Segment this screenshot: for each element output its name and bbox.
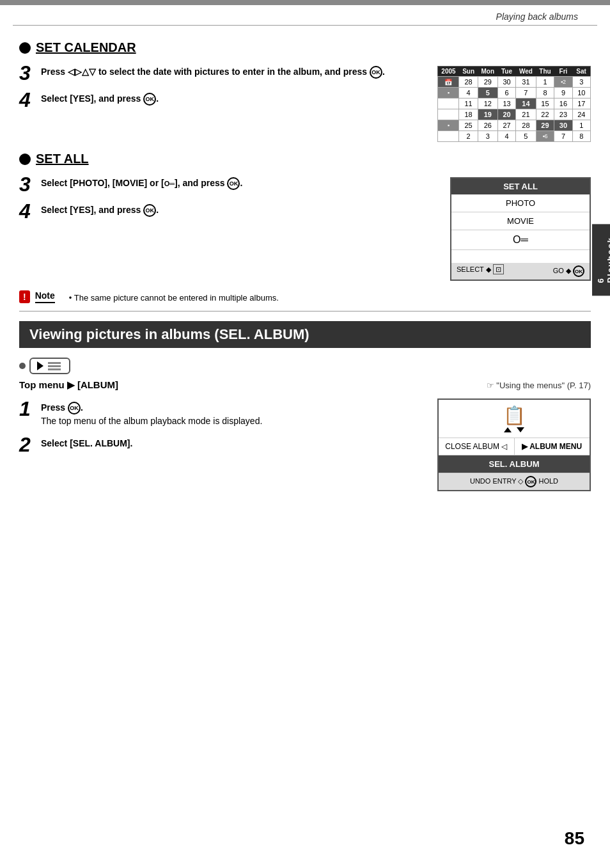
cal-cell: 14: [516, 99, 536, 109]
album-close-btn[interactable]: CLOSE ALBUM ◁: [439, 438, 515, 455]
set-all-option-photo[interactable]: PHOTO: [451, 194, 590, 212]
calendar-table: 2005 Sun Mon Tue Wed Thu Fri Sat 📅: [437, 66, 591, 142]
cal-cell: 27: [497, 120, 515, 131]
set-all-footer-left: SELECT ◆ ⊡: [457, 265, 504, 277]
cal-cell: 23: [554, 109, 572, 120]
cal-row-5: ▪ 25 26 27 28 29 30 1: [438, 120, 591, 131]
set-all-menu-title: SET ALL: [451, 178, 590, 194]
calendar-step3-content: Press ◁▷△▽ to select the date with pictu…: [41, 63, 385, 79]
dot-icon: [19, 363, 26, 369]
album-top-row: 📋: [439, 400, 590, 438]
cal-year: 2005: [438, 67, 459, 77]
calendar-step3: 3 Press ◁▷△▽ to select the date with pic…: [19, 63, 425, 83]
cal-cell: 1: [572, 120, 590, 131]
ok-icon-3: OK: [227, 177, 240, 190]
top-menu-ref: ☞ "Using the menus" (P. 17): [487, 381, 591, 390]
top-menu-label: Top menu ▶ [ALBUM]: [19, 379, 118, 391]
top-bar: [0, 0, 610, 5]
cal-cell: 4: [497, 131, 515, 142]
cal-cell: 12: [478, 99, 497, 109]
cal-row-6: 2 3 4 5 ▪6 7 8: [438, 131, 591, 142]
top-menu-row: Top menu ▶ [ALBUM] ☞ "Using the menus" (…: [19, 379, 591, 391]
cal-cell: ▪6: [536, 131, 554, 142]
set-all-footer-right: GO ◆ OK: [553, 265, 584, 277]
set-all-option-movie[interactable]: MOVIE: [451, 212, 590, 230]
viewing-step2: 2 Select [SEL. ALBUM].: [19, 434, 425, 455]
playback-icon-row: [19, 358, 591, 374]
album-footer: UNDO ENTRY ◇ OK HOLD: [439, 473, 590, 490]
cal-row-4: 18 19 20 21 22 23 24: [438, 109, 591, 120]
viewing-steps: 1 Press OK. The top menu of the album pl…: [19, 398, 425, 461]
set-calendar-title: SET CALENDAR: [36, 40, 136, 55]
cal-cell: 16: [554, 99, 572, 109]
arrow-up-icon[interactable]: [504, 427, 512, 432]
set-all-steps: 3 Select [PHOTO], [MOVIE] or [O═], and p…: [19, 174, 437, 228]
film-lines-icon: [48, 362, 61, 370]
cal-header-fri: Fri: [554, 67, 572, 77]
cal-cell: 26: [478, 120, 497, 131]
header-title: Playing back albums: [496, 12, 578, 22]
cal-cell: 30: [497, 77, 515, 88]
album-close-text: CLOSE ALBUM ◁: [445, 442, 507, 451]
main-content: SET CALENDAR 3 Press ◁▷△▽ to select the …: [0, 26, 610, 510]
album-footer-text: UNDO ENTRY ◇ OK HOLD: [470, 477, 558, 485]
note-text: The same picture cannot be entered in mu…: [74, 293, 279, 303]
cal-cell: 4: [459, 88, 478, 99]
viewing-banner-text: Viewing pictures in albums (SEL. ALBUM): [29, 326, 309, 342]
cal-cell: 2: [459, 131, 478, 142]
ok-icon-4: OK: [143, 204, 156, 217]
cal-cell: 15: [536, 99, 554, 109]
setall-step4: 4 Select [YES], and press OK.: [19, 201, 437, 221]
cal-header-thu: Thu: [536, 67, 554, 77]
playback-button-icon: [29, 358, 70, 374]
cal-week-icon-3: [438, 99, 459, 109]
album-sel-row[interactable]: SEL. ALBUM: [439, 455, 590, 473]
viewing-step2-content: Select [SEL. ALBUM].: [41, 434, 132, 450]
cal-cell: 28: [516, 120, 536, 131]
cal-header-sun: Sun: [459, 67, 478, 77]
cal-cell: 9: [554, 88, 572, 99]
viewing-step1: 1 Press OK. The top menu of the album pl…: [19, 398, 425, 428]
album-sel-text: SEL. ALBUM: [489, 459, 540, 469]
arrow-down-icon[interactable]: [517, 427, 524, 432]
viewing-steps-area: 1 Press OK. The top menu of the album pl…: [19, 398, 591, 491]
cal-cell: 6: [497, 88, 515, 99]
album-menu-text: ▶ ALBUM MENU: [522, 442, 582, 451]
set-all-header: SET ALL: [19, 152, 591, 166]
page-header: Playing back albums: [13, 5, 597, 26]
cal-cell: 1: [536, 77, 554, 88]
album-icon-area: 📋: [503, 405, 526, 432]
side-tab: 6 Playback: [592, 224, 610, 296]
viewing-step2-number: 2: [19, 434, 33, 455]
cal-week-icon-1: 📅: [438, 77, 459, 88]
calendar-step4: 4 Select [YES], and press OK.: [19, 90, 425, 110]
calendar-step3-number: 3: [19, 63, 33, 83]
cal-cell: 13: [497, 99, 515, 109]
cal-header-mon: Mon: [478, 67, 497, 77]
cal-row-1: 📅 28 29 30 31 1 ▪2 3: [438, 77, 591, 88]
album-menu-btn[interactable]: ▶ ALBUM MENU: [515, 438, 590, 455]
side-tab-label: Playback: [606, 237, 610, 283]
note-label: Note: [35, 290, 55, 303]
set-calendar-steps: 3 Press ◁▷△▽ to select the date with pic…: [19, 63, 425, 116]
cal-cell: 7: [516, 88, 536, 99]
cal-cell: 11: [459, 99, 478, 109]
side-tab-number: 6: [596, 277, 606, 283]
setall-step3-number: 3: [19, 174, 33, 194]
setall-step3: 3 Select [PHOTO], [MOVIE] or [O═], and p…: [19, 174, 437, 194]
set-all-steps-area: 3 Select [PHOTO], [MOVIE] or [O═], and p…: [19, 174, 591, 281]
calendar-step4-number: 4: [19, 90, 33, 110]
set-calendar-steps-area: 3 Press ◁▷△▽ to select the date with pic…: [19, 63, 591, 142]
album-nav-row: CLOSE ALBUM ◁ ▶ ALBUM MENU: [439, 438, 590, 455]
set-all-option-protected[interactable]: O═: [451, 230, 590, 250]
calendar-box: 2005 Sun Mon Tue Wed Thu Fri Sat 📅: [437, 66, 591, 142]
viewing-step1-number: 1: [19, 398, 33, 419]
album-nav-arrows: [503, 427, 526, 432]
cal-cell: 21: [516, 109, 536, 120]
cal-row-2: ▪ 4 5 6 7 8 9 10: [438, 88, 591, 99]
cal-cell: 22: [536, 109, 554, 120]
setall-step4-number: 4: [19, 201, 33, 221]
cal-cell: 24: [572, 109, 590, 120]
note-text-area: • The same picture cannot be entered in …: [69, 290, 591, 303]
cal-row-3: 11 12 13 14 15 16 17: [438, 99, 591, 109]
